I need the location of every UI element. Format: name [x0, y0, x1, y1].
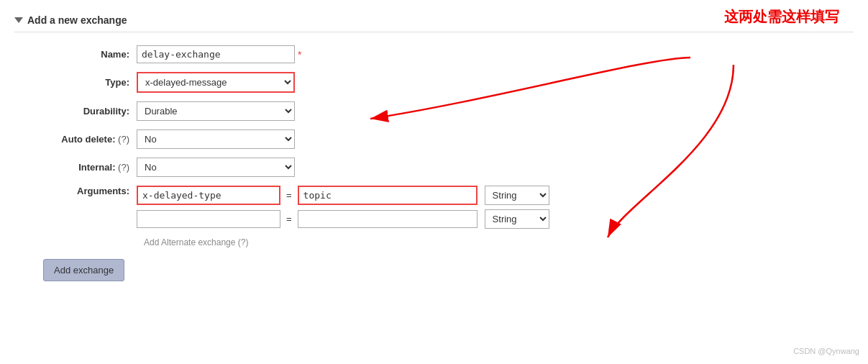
arguments-label: Arguments:: [43, 186, 137, 196]
add-alternate: Add Alternate exchange (?): [144, 237, 854, 247]
arg2-eq: =: [283, 214, 295, 224]
section-header: Add a new exchange: [14, 14, 854, 32]
add-exchange-button[interactable]: Add exchange: [43, 259, 124, 281]
type-select[interactable]: direct fanout headers topic x-delayed-me…: [137, 72, 295, 93]
name-label: Name:: [43, 49, 137, 60]
arg1-val-input[interactable]: [298, 186, 478, 205]
arg-line-2: = String Number Boolean: [137, 209, 549, 229]
durability-label: Durability:: [43, 106, 137, 117]
internal-label: Internal: (?): [43, 162, 137, 173]
autodelete-select[interactable]: No Yes: [137, 129, 295, 149]
arg2-type-select[interactable]: String Number Boolean: [485, 209, 549, 229]
type-label: Type:: [43, 77, 137, 88]
internal-select[interactable]: No Yes: [137, 158, 295, 177]
arguments-inputs: = String Number Boolean = String Numb: [137, 186, 549, 229]
alternate-exchange-text: Alternate exchange (?): [161, 237, 248, 247]
autodelete-row: Auto delete: (?) No Yes: [43, 129, 854, 149]
durability-row: Durability: Durable Transient: [43, 101, 854, 121]
name-input[interactable]: [137, 45, 295, 63]
section-title: Add a new exchange: [27, 14, 127, 26]
collapse-icon[interactable]: [14, 17, 23, 23]
page-container: Add a new exchange Name: * Type: direct …: [0, 0, 868, 364]
arg2-val-input[interactable]: [298, 210, 478, 228]
arg1-type-select[interactable]: String Number Boolean: [485, 186, 549, 205]
arg1-eq: =: [283, 190, 295, 201]
internal-help[interactable]: (?): [118, 162, 129, 173]
form-area: Name: * Type: direct fanout headers topi…: [14, 45, 854, 247]
durability-select[interactable]: Durable Transient: [137, 101, 295, 121]
autodelete-label: Auto delete: (?): [43, 134, 137, 145]
internal-row: Internal: (?) No Yes: [43, 158, 854, 177]
autodelete-help[interactable]: (?): [118, 134, 129, 145]
required-star: *: [298, 49, 301, 60]
arg1-key-input[interactable]: [137, 186, 280, 205]
arguments-row: Arguments: = String Number Boolean =: [43, 186, 854, 229]
name-row: Name: *: [43, 45, 854, 63]
type-row: Type: direct fanout headers topic x-dela…: [43, 72, 854, 93]
arg2-key-input[interactable]: [137, 210, 280, 228]
add-alternate-link[interactable]: Add: [144, 237, 159, 247]
arg-line-1: = String Number Boolean: [137, 186, 549, 205]
csdn-watermark: CSDN @Qynwang: [793, 347, 859, 355]
